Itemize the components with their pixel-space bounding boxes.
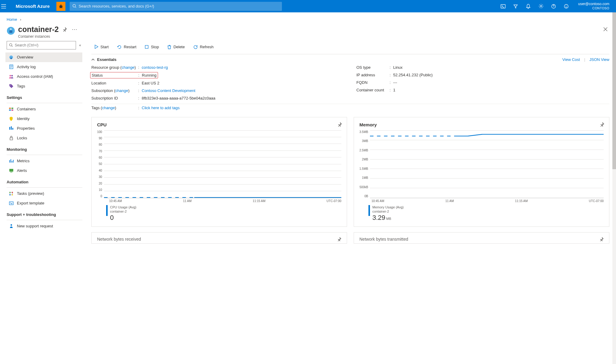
memory-y-axis: 3.5MB3MB2.5MB2MB1.5MB1MB500kB0B <box>359 130 370 198</box>
global-search-input[interactable] <box>70 2 282 11</box>
nav-export-template[interactable]: Export template <box>5 198 82 208</box>
question-icon <box>551 4 556 9</box>
chevron-up-icon <box>91 59 95 61</box>
search-icon <box>9 43 13 47</box>
svg-point-14 <box>11 75 13 76</box>
pin-memory-button[interactable] <box>600 122 604 127</box>
net-recv-card: Network bytes received <box>91 232 347 244</box>
cpu-x-axis: 10:45 AM11 AM11:15 AMUTC-07:00 <box>97 199 341 203</box>
nav-identity[interactable]: Identity <box>5 114 82 124</box>
directory-filter-button[interactable] <box>509 0 522 12</box>
user-tenant: CONTOSO <box>578 6 609 10</box>
support-icon <box>8 223 14 229</box>
stop-button[interactable]: Stop <box>142 43 162 50</box>
restart-button[interactable]: Restart <box>114 43 139 50</box>
nav-activity-log[interactable]: Activity log <box>5 62 82 72</box>
view-cost-link[interactable]: View Cost <box>562 57 580 62</box>
nav-section-monitoring: Monitoring <box>5 143 82 154</box>
user-email: user@contoso.com <box>578 2 609 6</box>
pin-cpu-button[interactable] <box>337 122 342 127</box>
nav-overview[interactable]: Overview <box>5 52 82 62</box>
user-account[interactable]: user@contoso.com CONTOSO <box>573 2 615 10</box>
change-tags-link[interactable]: change <box>102 106 115 110</box>
nav-locks[interactable]: Locks <box>5 133 82 143</box>
memory-legend: Memory Usage (Avg) container-2 3.29MB <box>359 205 604 222</box>
hamburger-icon <box>1 4 6 8</box>
nav-tasks[interactable]: Tasks (preview) <box>5 189 82 198</box>
cloud-shell-icon <box>501 4 506 9</box>
net-trans-card: Network bytes transmitted <box>354 232 609 244</box>
stop-icon <box>145 45 149 49</box>
pin-icon <box>337 122 342 127</box>
nav-alerts[interactable]: Alerts <box>5 166 82 176</box>
nav-new-support[interactable]: New support request <box>5 221 82 231</box>
pin-button[interactable] <box>62 27 67 32</box>
brand-label[interactable]: Microsoft Azure <box>13 4 55 9</box>
add-tags-link[interactable]: Click here to add tags <box>142 106 180 110</box>
overview-icon <box>8 55 14 60</box>
nav-metrics[interactable]: Metrics <box>5 156 82 166</box>
pin-icon <box>337 237 341 241</box>
os-value: Linux <box>393 65 403 70</box>
cloud-shell-button[interactable] <box>497 0 509 12</box>
svg-point-13 <box>10 75 11 76</box>
subscription-link[interactable]: Contoso Content Development <box>142 88 195 93</box>
cc-value: 1 <box>393 88 395 92</box>
tasks-icon <box>8 191 14 196</box>
breadcrumb-home[interactable]: Home <box>7 17 17 22</box>
collapse-menu-button[interactable]: « <box>79 43 81 47</box>
filter-icon <box>513 4 518 9</box>
nav-access-control[interactable]: Access control (IAM) <box>5 72 82 81</box>
cpu-plot-area[interactable] <box>104 130 341 198</box>
close-button[interactable] <box>602 25 609 33</box>
resource-group-link[interactable]: contoso-test-rg <box>142 65 168 70</box>
alerts-icon <box>8 168 14 173</box>
os-label: OS type <box>356 65 390 70</box>
help-button[interactable] <box>547 0 560 12</box>
pin-icon <box>62 27 67 32</box>
export-icon <box>8 201 14 206</box>
memory-chart-title: Memory <box>359 122 604 127</box>
svg-rect-18 <box>9 109 11 111</box>
notifications-button[interactable] <box>522 0 535 12</box>
nav-section-support: Support + troubleshooting <box>5 208 82 219</box>
refresh-button[interactable]: Refresh <box>190 43 217 50</box>
cpu-legend: CPU Usage (Avg) container-2 0 <box>97 205 341 222</box>
start-button[interactable]: Start <box>91 43 112 50</box>
main-content: Start Restart Stop Delete Refresh Essent… <box>82 41 616 244</box>
svg-point-3 <box>540 5 542 7</box>
memory-value: 3.29 <box>372 214 385 221</box>
nav-properties[interactable]: Properties <box>5 124 82 133</box>
page-subtitle: Container instances <box>18 34 59 39</box>
svg-rect-21 <box>9 169 13 172</box>
nav-containers[interactable]: Containers <box>5 104 82 114</box>
breadcrumb: Home › <box>0 12 616 22</box>
json-view-link[interactable]: JSON View <box>589 57 609 62</box>
svg-point-5 <box>564 4 568 8</box>
svg-rect-11 <box>11 58 12 59</box>
essentials-header[interactable]: Essentials View Cost | JSON View <box>91 54 609 64</box>
net-recv-title: Network bytes received <box>97 237 141 242</box>
locks-icon <box>8 135 14 141</box>
change-rg-link[interactable]: change <box>122 65 134 70</box>
settings-button[interactable] <box>535 0 547 12</box>
preview-bug-button[interactable] <box>56 2 65 11</box>
memory-plot-area[interactable] <box>370 130 604 198</box>
more-button[interactable]: ⋯ <box>72 28 77 31</box>
svg-point-23 <box>12 192 13 193</box>
ip-value: 52.254.41.232 (Public) <box>393 73 433 77</box>
svg-point-22 <box>9 192 11 193</box>
svg-rect-19 <box>11 109 13 111</box>
search-icon <box>72 4 77 8</box>
nav-tags[interactable]: Tags <box>5 81 82 91</box>
change-sub-link[interactable]: change <box>115 88 128 93</box>
feedback-button[interactable] <box>560 0 573 12</box>
menu-search-input[interactable] <box>7 41 76 49</box>
menu-button[interactable] <box>1 4 13 8</box>
pin-recv-button[interactable] <box>337 237 341 241</box>
delete-button[interactable]: Delete <box>164 43 188 50</box>
page-scrollbar[interactable] <box>612 12 616 244</box>
tags-icon <box>8 84 14 89</box>
pin-trans-button[interactable] <box>599 237 604 241</box>
pin-icon <box>600 122 604 127</box>
